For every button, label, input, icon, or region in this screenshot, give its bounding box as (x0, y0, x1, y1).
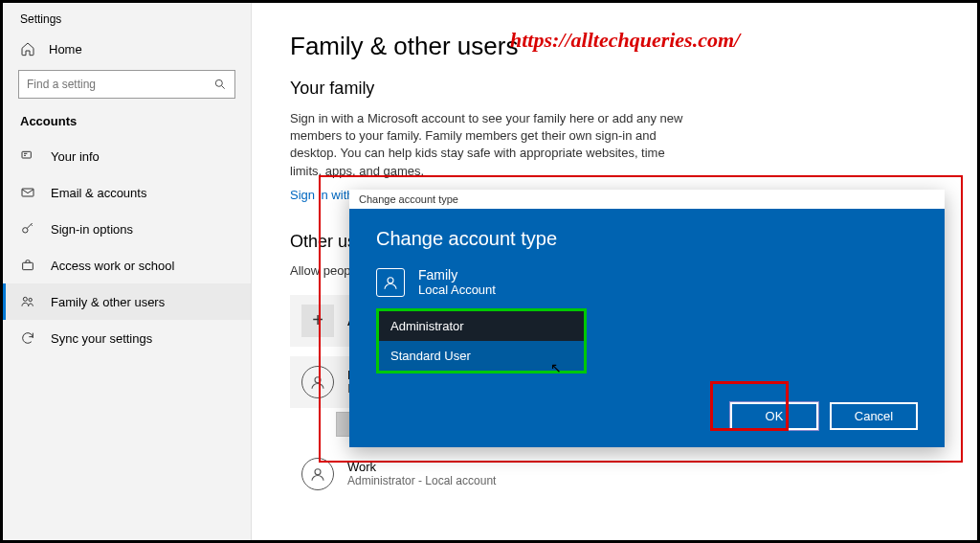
svg-point-9 (29, 298, 32, 301)
mail-icon (20, 185, 35, 200)
dialog-account-type: Local Account (418, 283, 496, 297)
svg-rect-5 (22, 189, 33, 196)
family-description: Sign in with a Microsoft account to see … (290, 110, 692, 180)
dialog-account-name: Family (418, 267, 496, 283)
option-standard-user[interactable]: Standard User (379, 341, 584, 371)
home-icon (20, 41, 35, 57)
nav-signin[interactable]: Sign-in options (3, 211, 251, 247)
svg-point-8 (23, 297, 27, 301)
nav-sync[interactable]: Sync your settings (3, 320, 251, 356)
dialog-titlebar: Change account type (349, 190, 945, 209)
nav-label: Sign-in options (51, 222, 133, 237)
svg-point-11 (315, 469, 321, 475)
svg-point-12 (388, 277, 393, 283)
cancel-button[interactable]: Cancel (830, 402, 918, 430)
app-title: Settings (3, 3, 251, 32)
svg-point-0 (215, 79, 222, 86)
nav-your-info[interactable]: Your info (3, 138, 251, 174)
nav-label: Sync your settings (51, 331, 152, 346)
account-type-dropdown[interactable]: Administrator Standard User (376, 308, 587, 373)
nav-email[interactable]: Email & accounts (3, 174, 251, 211)
dialog-heading: Change account type (376, 228, 918, 250)
avatar-icon (301, 458, 334, 490)
avatar-icon (301, 366, 334, 398)
watermark-url: https://alltechqueries.com/ (510, 28, 740, 53)
sidebar-section-accounts: Accounts (3, 108, 251, 138)
search-box[interactable] (18, 70, 235, 99)
home-nav[interactable]: Home (3, 32, 251, 66)
nav-family[interactable]: Family & other users (3, 283, 251, 320)
nav-label: Email & accounts (51, 186, 146, 200)
nav-label: Your info (51, 149, 100, 164)
change-account-dialog: Change account type Change account type … (349, 190, 945, 447)
option-administrator[interactable]: Administrator (379, 311, 584, 341)
user-icon (20, 148, 35, 164)
key-icon (20, 221, 35, 237)
svg-line-1 (222, 86, 225, 89)
nav-work[interactable]: Access work or school (3, 247, 251, 283)
account-avatar-icon (376, 268, 405, 297)
user-row[interactable]: Work Administrator - Local account (290, 448, 692, 500)
user-role: Administrator - Local account (347, 474, 496, 487)
nav-label: Access work or school (51, 259, 174, 273)
search-input[interactable] (27, 78, 213, 91)
search-icon (213, 78, 227, 91)
svg-point-10 (315, 377, 321, 383)
people-icon (20, 294, 35, 309)
svg-point-6 (23, 228, 28, 233)
svg-rect-7 (23, 262, 33, 269)
family-heading: Your family (290, 79, 939, 99)
svg-rect-2 (22, 151, 31, 158)
plus-icon: + (301, 305, 334, 337)
sync-icon (20, 330, 35, 346)
nav-label: Family & other users (51, 295, 165, 309)
ok-button[interactable]: OK (730, 402, 818, 430)
briefcase-icon (20, 258, 35, 273)
user-name: Work (347, 460, 496, 474)
home-label: Home (49, 42, 82, 57)
